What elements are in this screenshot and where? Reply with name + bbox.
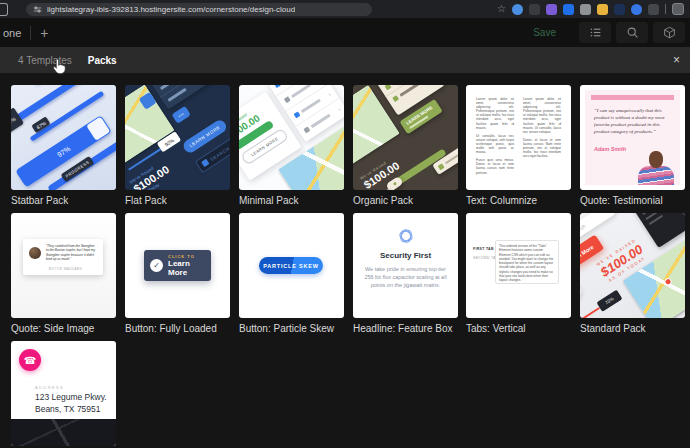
template-card-button-particle-skew[interactable]: PARTICLE SKEW Button: Particle Skew [239, 213, 344, 334]
button-text-group: CLICK TO Learn More [168, 254, 205, 277]
text-column: Lorem ipsum dolor sit amet, consectetur … [523, 97, 561, 162]
menu-icon [303, 126, 310, 133]
quote-text: “I can say unequivocally that this produ… [594, 107, 671, 135]
template-card-tabs-vertical[interactable]: FIRST TAB SECOND TAB This ordered versio… [466, 213, 571, 334]
extension-icon[interactable] [563, 4, 574, 15]
bookmark-star-icon[interactable]: ☆ [497, 4, 506, 14]
profile-icon[interactable] [672, 3, 684, 15]
icon-button [580, 281, 584, 303]
template-title: Statbar Pack [11, 195, 116, 206]
address-bar[interactable]: lightslategray-ibis-392813.hostingersite… [26, 3, 372, 16]
extension-icon[interactable] [614, 4, 625, 15]
map-thumbnail-dark [11, 419, 116, 446]
accent-bar [591, 95, 674, 100]
template-card-quote-testimonial[interactable]: “I can say unequivocally that this produ… [580, 85, 685, 206]
template-grid: 67% 87% 87% 97% PROGRESS Statbar Pack [0, 73, 690, 448]
menu-icon [274, 85, 281, 88]
tab-packs[interactable]: Packs [88, 55, 117, 66]
paragraph: Lorem ipsum dolor sit amet, consectetur … [476, 97, 514, 130]
search-placeholder: Search [580, 223, 587, 238]
percent-badge: 72% [596, 290, 622, 312]
chrome-actions: ☆ [497, 3, 690, 15]
paragraph: Ut convallis, lacus nec ornare volutpat,… [476, 134, 514, 154]
search-icon [437, 163, 444, 170]
add-button[interactable]: + [40, 26, 48, 40]
template-card-contact[interactable]: ☎ ADDRESS 123 Legume Pkwy. Beans, TX 759… [11, 341, 116, 446]
template-card-organic-pack[interactable]: LEARN MORE We've Raised $100.00 Organic [353, 85, 458, 206]
template-preview: “They switched from the Swingline to the… [11, 213, 116, 318]
tab-first: FIRST TAB [473, 247, 494, 251]
side-panel-icon[interactable] [0, 3, 8, 16]
preview-canvas: LEARN MORE We've Raised $100.00 [353, 85, 458, 190]
placeholder-line [445, 151, 458, 164]
cursor-pointer-icon [50, 57, 67, 78]
search-placeholder: SEARCH [209, 145, 230, 161]
template-card-button-fully-loaded[interactable]: ✓ CLICK TO Learn More Button: Fully Load… [125, 213, 230, 334]
paragraph: Fusce quis urna metus. Donec et lacus et… [476, 158, 514, 174]
template-preview: Lorem ipsum dolor sit amet, consectetur … [466, 85, 571, 190]
address-label: ADDRESS [35, 385, 64, 390]
preview-canvas: ••• 92% We've Raised $100.00 As of Today… [125, 85, 230, 190]
package-cube-icon[interactable] [653, 22, 685, 43]
template-card-headline-feature-box[interactable]: Security First We take pride in ensuring… [353, 213, 458, 334]
preview-canvas: We've Raised $100.00 LEARN MORE › › › › [239, 85, 344, 190]
preview-canvas: 67% 87% 87% 97% PROGRESS [11, 85, 116, 190]
template-preview: Security First We take pride in ensuring… [353, 213, 458, 318]
template-preview: 67% 87% 87% 97% PROGRESS [11, 85, 116, 190]
menu-icon [284, 96, 291, 103]
extension-icon[interactable] [631, 4, 642, 15]
template-title: Button: Fully Loaded [125, 323, 230, 334]
cable [581, 307, 601, 318]
template-title: Organic Pack [353, 195, 458, 206]
extension-icon[interactable] [597, 4, 608, 15]
divider [665, 4, 666, 14]
template-preview: ✓ CLICK TO Learn More [125, 213, 230, 318]
extension-icon[interactable] [580, 4, 591, 15]
menu-icon [294, 111, 301, 118]
template-title: Flat Pack [125, 195, 230, 206]
extension-icon[interactable] [529, 4, 540, 15]
quote-text: “They switched from the Swingline to the… [46, 244, 98, 261]
search-icon[interactable] [616, 22, 648, 43]
text-line [400, 85, 420, 97]
template-card-statbar-pack[interactable]: 67% 87% 87% 97% PROGRESS Statbar Pack [11, 85, 116, 206]
app-toolbar: one + Save [0, 18, 690, 47]
browser-chrome: lightslategray-ibis-392813.hostingersite… [0, 0, 690, 18]
text-line [168, 88, 187, 102]
url-text: lightslategray-ibis-392813.hostingersite… [47, 5, 295, 14]
site-settings-icon[interactable] [33, 5, 42, 14]
template-card-quote-side-image[interactable]: “They switched from the Swingline to the… [11, 213, 116, 334]
templates-bar: 4 Templates Packs × [0, 47, 690, 73]
template-card-standard-pack[interactable]: Search HOME Learn More WE'VE RAISED $100… [580, 213, 685, 334]
text-line [311, 114, 331, 128]
extension-icon[interactable] [512, 4, 523, 15]
template-title: Quote: Testimonial [580, 195, 685, 206]
template-card-minimal-pack[interactable]: We've Raised $100.00 LEARN MORE › › › › … [239, 85, 344, 206]
toolbar-actions: Save [533, 22, 690, 43]
paragraph: Donec et lacus et sem lacinia cursus. Na… [523, 138, 561, 158]
text-line [291, 85, 311, 98]
scribble-icon [397, 227, 415, 245]
template-card-text-columnize[interactable]: Lorem ipsum dolor sit amet, consectetur … [466, 85, 571, 206]
template-title: Minimal Pack [239, 195, 344, 206]
testimonial-panel: “I can say unequivocally that this produ… [585, 90, 680, 185]
template-preview: Search HOME Learn More WE'VE RAISED $100… [580, 213, 685, 318]
dots-button: ••• [172, 106, 191, 124]
tab-content: This ordered version of the “Tabs” Eleme… [495, 240, 559, 284]
template-title: Tabs: Vertical [466, 323, 571, 334]
save-button[interactable]: Save [533, 27, 556, 38]
chevron-right-icon: › [337, 106, 342, 112]
person-head [649, 151, 663, 168]
extension-icon[interactable] [546, 4, 557, 15]
template-card-flat-pack[interactable]: ••• 92% We've Raised $100.00 As of Today… [125, 85, 230, 206]
template-preview: ••• 92% We've Raised $100.00 As of Today… [125, 85, 230, 190]
template-preview: We've Raised $100.00 LEARN MORE › › › › [239, 85, 344, 190]
browser-window: lightslategray-ibis-392813.hostingersite… [0, 0, 690, 448]
layers-list-icon[interactable] [579, 22, 611, 43]
chevron-right-icon: › [327, 91, 332, 97]
extension-icon[interactable] [648, 4, 659, 15]
close-icon[interactable]: × [673, 54, 680, 66]
menu-icon [385, 85, 392, 90]
template-preview: PARTICLE SKEW [239, 213, 344, 318]
person-photo [638, 151, 674, 185]
